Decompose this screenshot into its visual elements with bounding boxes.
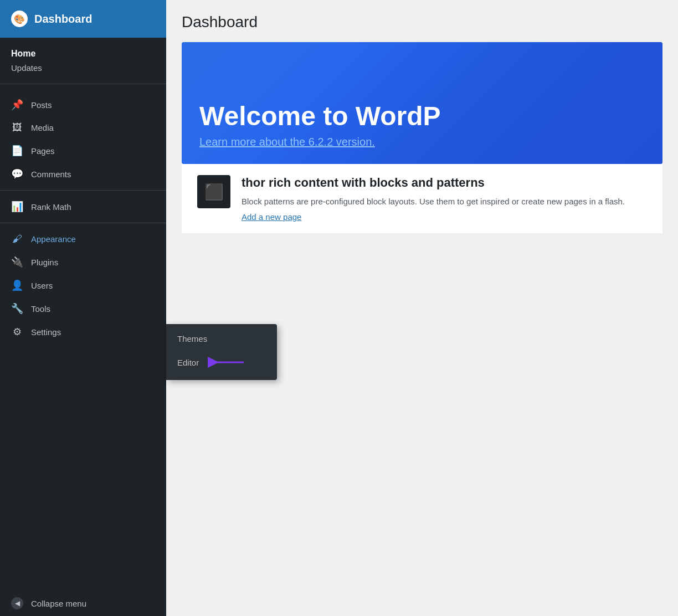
sidebar-home-section: Home Updates: [0, 38, 166, 79]
sidebar-item-posts[interactable]: 📌 Posts: [0, 93, 166, 116]
add-new-page-link[interactable]: Add a new page: [242, 212, 301, 222]
sidebar-item-media-label: Media: [31, 123, 54, 132]
sidebar-item-users[interactable]: 👤 Users: [0, 274, 166, 297]
sidebar-item-appearance-label: Appearance: [31, 234, 76, 244]
sidebar-item-users-label: Users: [31, 281, 53, 290]
comments-icon: 💬: [11, 168, 23, 180]
welcome-banner: Welcome to WordP Learn more about the 6.…: [182, 42, 662, 164]
sidebar-collapse[interactable]: ◀ Collapse menu: [0, 591, 166, 616]
sidebar-item-tools[interactable]: 🔧 Tools: [0, 297, 166, 320]
sidebar-item-rank-math[interactable]: 📊 Rank Math: [0, 195, 166, 218]
pages-icon: 📄: [11, 145, 23, 157]
submenu-editor-label: Editor: [177, 358, 199, 367]
submenu-themes-label: Themes: [177, 334, 207, 343]
sidebar-item-appearance[interactable]: 🖌 Appearance: [0, 228, 166, 250]
collapse-label: Collapse menu: [31, 599, 86, 608]
appearance-submenu: Themes Editor: [166, 324, 277, 380]
submenu-item-editor[interactable]: Editor: [166, 349, 277, 376]
main-content: Dashboard Welcome to WordP Learn more ab…: [166, 0, 678, 616]
settings-icon: ⚙: [11, 326, 23, 338]
bottom-area: [166, 233, 678, 616]
sidebar-item-pages-label: Pages: [31, 146, 55, 156]
rank-math-icon: 📊: [11, 201, 23, 213]
welcome-version-link[interactable]: Learn more about the 6.2.2 version.: [199, 136, 441, 148]
users-icon: 👤: [11, 279, 23, 291]
sidebar-item-comments-label: Comments: [31, 170, 71, 179]
content-card: ⬛ thor rich content with blocks and patt…: [182, 164, 662, 233]
sidebar-divider-1: [0, 84, 166, 84]
sidebar-item-settings[interactable]: ⚙ Settings: [0, 320, 166, 343]
appearance-icon: 🖌: [11, 233, 23, 245]
sidebar-divider-3: [0, 223, 166, 223]
dashboard-icon: 🎨: [11, 11, 28, 27]
card-heading: thor rich content with blocks and patter…: [242, 175, 647, 191]
sidebar: 🎨 Dashboard Home Updates 📌 Posts 🖼 Media…: [0, 0, 166, 616]
sidebar-header-title: Dashboard: [34, 13, 92, 25]
posts-icon: 📌: [11, 99, 23, 111]
sidebar-item-settings-label: Settings: [31, 327, 61, 337]
media-icon: 🖼: [11, 122, 23, 134]
card-text: thor rich content with blocks and patter…: [242, 175, 647, 222]
tools-icon: 🔧: [11, 302, 23, 315]
sidebar-divider-2: [0, 190, 166, 191]
submenu-item-themes[interactable]: Themes: [166, 328, 277, 349]
sidebar-item-pages[interactable]: 📄 Pages: [0, 139, 166, 162]
collapse-icon: ◀: [11, 597, 23, 609]
card-description: Block patterns are pre-configured block …: [242, 196, 647, 208]
plugins-icon: 🔌: [11, 256, 23, 268]
arrow-annotation: [208, 355, 246, 370]
sidebar-item-plugins-label: Plugins: [31, 258, 58, 267]
sidebar-item-updates[interactable]: Updates: [11, 61, 155, 75]
sidebar-header[interactable]: 🎨 Dashboard: [0, 0, 166, 38]
page-title: Dashboard: [166, 0, 678, 42]
sidebar-item-comments[interactable]: 💬 Comments: [0, 162, 166, 186]
sidebar-nav: 📌 Posts 🖼 Media 📄 Pages 💬 Comments 📊 Ran…: [0, 93, 166, 343]
sidebar-item-plugins[interactable]: 🔌 Plugins: [0, 250, 166, 274]
sidebar-item-posts-label: Posts: [31, 100, 52, 110]
sidebar-item-rank-math-label: Rank Math: [31, 202, 71, 212]
welcome-heading: Welcome to WordP: [199, 102, 441, 131]
sidebar-item-home[interactable]: Home: [11, 47, 155, 61]
card-icon: ⬛: [197, 175, 230, 208]
sidebar-item-media[interactable]: 🖼 Media: [0, 116, 166, 139]
sidebar-item-tools-label: Tools: [31, 304, 50, 314]
